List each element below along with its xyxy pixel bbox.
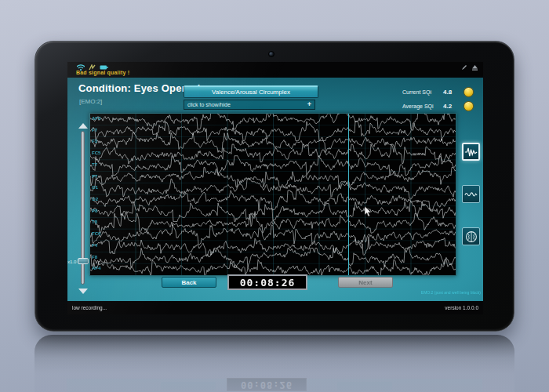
app-main: Condition: Eyes Opened [EMO:2] Valence/A… (67, 78, 483, 301)
circumplex-button[interactable]: Valence/Arousal Circumplex (184, 85, 318, 98)
slider-down-arrow[interactable] (78, 289, 88, 294)
channel-label-P7: P7 (92, 174, 97, 179)
show-hide-toggle[interactable]: click to show/hide + (184, 100, 315, 110)
eeg-plot[interactable]: AF3F7F3FC5T7P7O1O2P8T8FC6F4F8AF4 (89, 113, 456, 276)
session-timer: 00:08:26 (227, 274, 307, 290)
tablet-reflection: 00:08:26 (35, 335, 514, 392)
brain-view-button[interactable] (462, 227, 480, 245)
current-sqi-value: 4.8 (443, 89, 464, 96)
average-sqi-label: Average SQi (402, 103, 443, 109)
channel-label-F8: F8 (92, 255, 97, 260)
reflected-timer: 00:08:26 (227, 378, 307, 391)
channel-label-T8: T8 (92, 220, 97, 224)
channel-label-FC6: FC6 (92, 231, 100, 236)
channel-label-F3: F3 (92, 139, 97, 143)
current-sqi-row: Current SQi 4.8 (402, 87, 474, 97)
channel-label-T7: T7 (92, 162, 97, 167)
channel-label-P8: P8 (92, 209, 97, 213)
status-bar: Bad signal quality ! (67, 62, 483, 78)
gain-value-label: x1.0 (67, 260, 76, 264)
app-screen: Bad signal quality ! Condition: Eyes Ope… (67, 62, 483, 314)
version-label: version 1.0.0.0 (445, 305, 478, 310)
channel-label-O2: O2 (92, 197, 98, 201)
brain-icon (465, 230, 478, 243)
channel-labels: AF3F7F3FC5T7P7O1O2P8T8FC6F4F8AF4 (92, 114, 107, 275)
channel-label-F4: F4 (92, 243, 97, 248)
smooth-waveform-icon (464, 189, 478, 200)
channel-label-O1: O1 (92, 185, 98, 190)
next-button[interactable]: Next (338, 277, 393, 288)
channel-label-F7: F7 (92, 128, 97, 132)
average-sqi-indicator (464, 101, 474, 111)
raw-eeg-waveform-icon (464, 147, 478, 158)
condition-title: Condition: Eyes Opened (78, 82, 200, 94)
plus-icon: + (307, 100, 311, 109)
channel-label-AF4: AF4 (92, 266, 100, 270)
slider-handle[interactable] (78, 258, 89, 264)
upload-icon[interactable] (471, 64, 478, 71)
show-hide-label: click to show/hide (187, 102, 231, 107)
condition-subtitle: [EMO:2] (79, 98, 102, 105)
channel-label-FC5: FC5 (92, 151, 100, 155)
average-sqi-value: 4.2 (443, 103, 464, 110)
back-button[interactable]: Back (162, 277, 216, 288)
eeg-traces-canvas[interactable] (90, 114, 456, 275)
signal-quality-warning: Bad signal quality ! (76, 70, 129, 75)
raw-eeg-view-button[interactable] (462, 143, 480, 161)
current-sqi-indicator (464, 87, 474, 97)
tablet-device: Bad signal quality ! Condition: Eyes Ope… (35, 41, 514, 332)
front-camera (268, 51, 274, 57)
footer-bar: low recording... version 1.0.0.0 (67, 301, 483, 314)
slider-up-arrow[interactable] (78, 123, 88, 129)
recording-status: low recording... (72, 305, 107, 310)
average-sqi-row: Average SQi 4.2 (402, 101, 474, 111)
current-sqi-label: Current SQi (402, 89, 443, 95)
channel-label-AF3: AF3 (92, 116, 100, 121)
edit-icon[interactable] (461, 64, 467, 71)
gain-slider: x1.0 (67, 123, 89, 294)
smooth-wave-view-button[interactable] (462, 185, 480, 203)
session-footnote: EMO:2 (post and well being block) (379, 290, 481, 295)
